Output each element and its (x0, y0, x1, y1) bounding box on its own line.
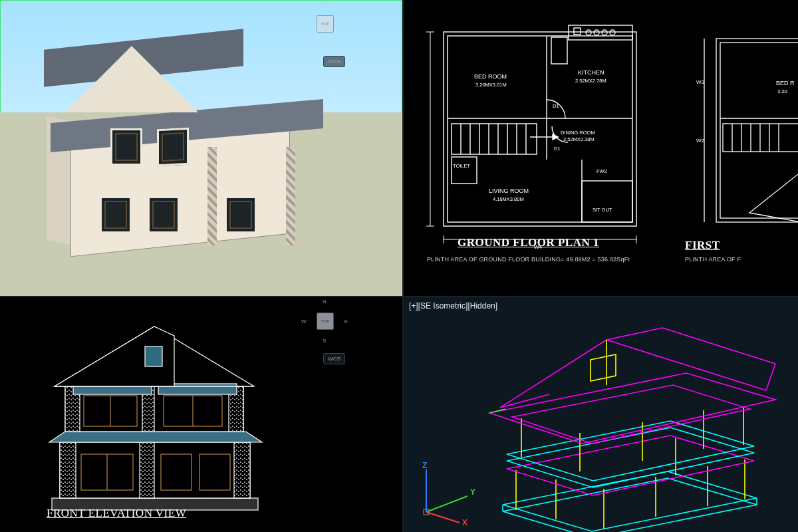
svg-marker-90 (489, 373, 775, 444)
svg-line-93 (606, 328, 662, 340)
elevation-title: FRONT ELEVATION VIEW (47, 507, 186, 520)
room-bed-label: BED ROOM (474, 73, 507, 80)
svg-marker-98 (591, 354, 616, 381)
viewport-plan-ground[interactable]: BED ROOM 3.20MX3.01M KITCHEN 2.52MX2.78M… (404, 0, 798, 296)
svg-line-92 (606, 340, 766, 390)
ucs-z: Z (422, 462, 427, 470)
svg-rect-23 (452, 157, 477, 184)
elevation-drawing (40, 317, 279, 517)
svg-line-102 (426, 512, 460, 523)
viewport-render[interactable]: TOP N E S W WCS (0, 0, 402, 296)
svg-line-95 (766, 364, 775, 390)
ucs-icon: Z Y X (413, 462, 486, 525)
svg-line-99 (489, 409, 505, 413)
room-kitchen-label: KITCHEN (578, 69, 604, 76)
viewcube[interactable]: TOP N E S W (305, 4, 345, 44)
room-sitout-label: SIT OUT (593, 207, 612, 213)
viewport-elevation-front[interactable]: FRONT ELEVATION VIEW TOP N E S W WCS (0, 297, 402, 532)
svg-line-101 (426, 496, 467, 512)
wcs-badge[interactable]: WCS (323, 56, 345, 67)
viewcube-e: E (344, 21, 348, 27)
vp-control-style[interactable]: [Hidden] (467, 301, 497, 311)
svg-line-94 (662, 328, 775, 364)
plan1-title-block: GROUND FLOOR PLAN 1 PLINTH AREA OF GROUN… (404, 236, 653, 264)
svg-rect-32 (716, 39, 798, 222)
room-bed-dim: 3.20MX3.01M (475, 82, 507, 88)
plan1-title: GROUND FLOOR PLAN 1 (404, 236, 653, 249)
svg-point-9 (586, 30, 591, 35)
viewcube-n: N (323, 1, 327, 7)
wcs-badge[interactable]: WCS (323, 353, 345, 364)
door-fw2: FW2 (597, 168, 607, 174)
viewport-controls: [+][SE Isometric][Hidden] (409, 301, 497, 311)
room-dining-label: DINING ROOM (561, 130, 595, 136)
render-house (39, 39, 336, 245)
plan1-subtitle: PLINTH AREA OF GROUND FLOOR BUILDING= 49… (427, 256, 630, 263)
svg-rect-45 (60, 442, 76, 498)
plan2-title: FIRST (685, 239, 798, 252)
svg-rect-0 (444, 32, 636, 226)
door-d1b: D1 (554, 146, 561, 152)
plan2-subtitle: PLINTH AREA OF F (685, 256, 741, 263)
ucs-x: X (462, 518, 467, 525)
viewcube-w: W (301, 21, 307, 27)
room-living-label: LIVING ROOM (489, 188, 529, 194)
svg-marker-25 (553, 134, 558, 140)
viewcube-face[interactable]: TOP (317, 15, 334, 33)
room-dining-dim: 2.52MX2.38M (563, 136, 595, 142)
room-living-dim: 4.18MX3.80M (493, 196, 524, 202)
room-kitchen-dim: 2.52MX2.78M (575, 78, 606, 84)
vp-control-view[interactable]: [SE Isometric] (418, 301, 468, 311)
svg-rect-6 (582, 181, 632, 222)
svg-point-12 (610, 30, 615, 35)
door-d1a: D1 (553, 103, 559, 109)
room-toilet-label: TOILET (453, 163, 471, 169)
svg-rect-66 (145, 346, 162, 366)
svg-point-11 (602, 30, 607, 35)
viewport-isometric[interactable]: [+][SE Isometric][Hidden] (404, 297, 798, 532)
viewcube[interactable]: TOP N E S W (305, 301, 345, 341)
plan2-w3: W3 (696, 79, 705, 85)
vp-control-expand[interactable]: [+] (409, 301, 418, 311)
svg-rect-8 (551, 37, 567, 64)
svg-rect-46 (140, 442, 154, 498)
ucs-y: Y (470, 487, 475, 497)
svg-point-10 (594, 30, 599, 35)
svg-rect-14 (452, 124, 537, 154)
plan2-title-block: FIRST PLINTH AREA OF F (685, 239, 798, 264)
plan2-w2: W2 (696, 138, 705, 144)
svg-rect-1 (448, 36, 632, 222)
plan2-bed-dim: 3.20 (777, 88, 787, 94)
svg-rect-13 (574, 28, 581, 35)
isometric-wireframe (443, 313, 789, 532)
svg-marker-52 (49, 432, 262, 442)
svg-rect-7 (569, 25, 632, 40)
svg-rect-47 (234, 442, 250, 498)
plan2-bed-label: BED R (776, 80, 795, 86)
viewcube-s: S (323, 41, 326, 47)
viewcube-face[interactable]: TOP (317, 313, 334, 330)
